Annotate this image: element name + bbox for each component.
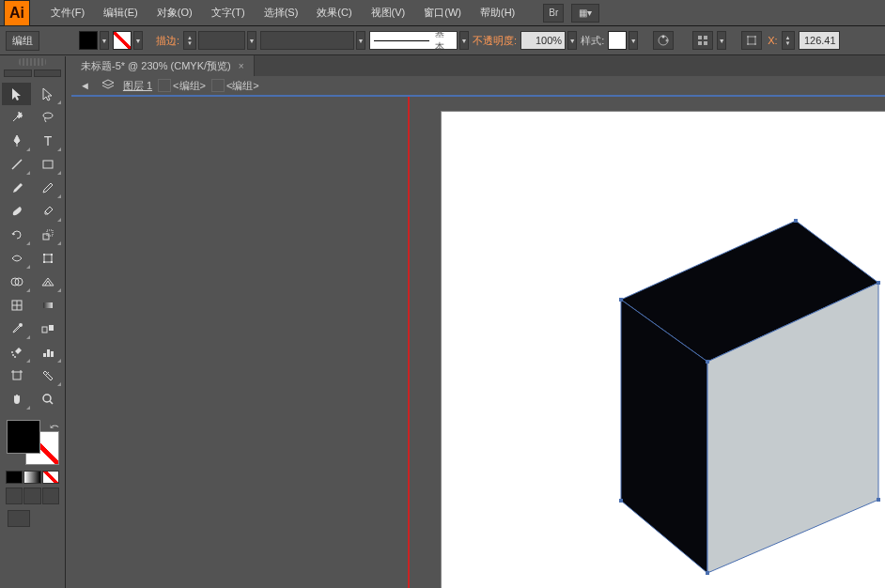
transform-icon[interactable] bbox=[741, 31, 762, 50]
svg-rect-7 bbox=[748, 37, 755, 44]
svg-rect-17 bbox=[43, 234, 49, 240]
screen-mode[interactable] bbox=[8, 510, 30, 527]
blob-brush-tool[interactable] bbox=[2, 200, 31, 223]
stroke-swatch[interactable] bbox=[113, 31, 132, 50]
cube-artwork[interactable] bbox=[442, 112, 885, 588]
color-mode-none[interactable] bbox=[42, 471, 59, 484]
gradient-tool[interactable] bbox=[33, 294, 62, 317]
menu-select[interactable]: 选择(S) bbox=[255, 6, 308, 20]
app-logo: Ai bbox=[4, 0, 30, 26]
rectangle-tool[interactable] bbox=[33, 153, 62, 176]
svg-point-0 bbox=[659, 36, 668, 45]
svg-rect-48 bbox=[877, 281, 880, 285]
brush-def[interactable]: 基本 bbox=[369, 31, 458, 50]
guide-vertical[interactable] bbox=[408, 97, 410, 588]
color-mode-solid[interactable] bbox=[6, 471, 23, 484]
menu-window[interactable]: 窗口(W) bbox=[414, 6, 471, 20]
svg-rect-21 bbox=[51, 254, 53, 255]
line-tool[interactable] bbox=[2, 153, 31, 176]
tb-tab-2[interactable] bbox=[34, 70, 62, 77]
arrange-docs-icon[interactable]: ▦▾ bbox=[571, 4, 599, 23]
stroke-dropdown[interactable]: ▼ bbox=[133, 31, 143, 50]
pencil-tool[interactable] bbox=[33, 177, 62, 199]
zoom-tool[interactable] bbox=[33, 388, 62, 410]
menu-bar: Ai 文件(F) 编辑(E) 对象(O) 文字(T) 选择(S) 效果(C) 视… bbox=[0, 0, 885, 26]
column-graph-tool[interactable] bbox=[33, 341, 62, 364]
svg-rect-32 bbox=[49, 325, 54, 331]
lasso-tool[interactable] bbox=[33, 106, 62, 129]
paintbrush-tool[interactable] bbox=[2, 177, 31, 199]
x-input[interactable] bbox=[799, 31, 840, 50]
menu-file[interactable]: 文件(F) bbox=[41, 6, 94, 20]
canvas-area[interactable]: jingy bbox=[71, 97, 885, 588]
svg-rect-51 bbox=[706, 571, 709, 575]
eyedropper-tool[interactable] bbox=[2, 317, 31, 340]
back-arrow-icon[interactable]: ◄ bbox=[77, 80, 93, 91]
opacity-drop[interactable]: ▼ bbox=[567, 31, 577, 50]
shape-builder-tool[interactable] bbox=[2, 271, 31, 293]
slice-tool[interactable] bbox=[33, 364, 62, 387]
menu-help[interactable]: 帮助(H) bbox=[471, 6, 524, 20]
hand-tool[interactable] bbox=[2, 388, 31, 410]
tb-tab-1[interactable] bbox=[4, 70, 32, 77]
group2-target-icon[interactable] bbox=[211, 79, 225, 92]
free-transform-tool[interactable] bbox=[33, 247, 62, 270]
svg-rect-3 bbox=[698, 36, 702, 39]
group1-name[interactable]: <编组> bbox=[173, 79, 206, 93]
fill-swatch[interactable] bbox=[79, 31, 98, 50]
eraser-tool[interactable] bbox=[33, 200, 62, 223]
draw-inside[interactable] bbox=[42, 487, 59, 504]
svg-line-45 bbox=[50, 401, 53, 404]
group2-name[interactable]: <编组> bbox=[226, 79, 259, 93]
fill-stroke-swatches[interactable]: ⤺ bbox=[7, 420, 59, 465]
fill-dropdown[interactable]: ▼ bbox=[100, 31, 109, 50]
tab-close-icon[interactable]: × bbox=[239, 61, 244, 71]
mesh-tool[interactable] bbox=[2, 294, 31, 317]
menu-edit[interactable]: 编辑(E) bbox=[94, 6, 148, 20]
svg-rect-47 bbox=[794, 219, 798, 223]
scale-tool[interactable] bbox=[33, 224, 62, 246]
menu-type[interactable]: 文字(T) bbox=[202, 6, 255, 20]
direct-select-tool[interactable] bbox=[33, 83, 62, 105]
stroke-weight-label: 描边: bbox=[156, 34, 179, 48]
stroke-weight-input[interactable] bbox=[198, 31, 245, 50]
type-tool[interactable]: T bbox=[33, 130, 62, 152]
draw-normal[interactable] bbox=[6, 487, 23, 504]
layer-name[interactable]: 图层 1 bbox=[123, 79, 152, 93]
var-width-drop[interactable]: ▼ bbox=[356, 31, 365, 50]
brush-drop[interactable]: ▼ bbox=[459, 31, 469, 50]
symbol-sprayer-tool[interactable] bbox=[2, 341, 31, 364]
document-tab[interactable]: 未标题-5* @ 230% (CMYK/预览) × bbox=[71, 55, 255, 76]
draw-behind[interactable] bbox=[23, 487, 40, 504]
stroke-stepper[interactable]: ▲▼ bbox=[183, 31, 196, 50]
x-stepper[interactable]: ▲▼ bbox=[782, 31, 795, 50]
style-drop[interactable]: ▼ bbox=[629, 31, 638, 50]
var-width-profile[interactable] bbox=[260, 31, 354, 50]
artboard-tool[interactable] bbox=[2, 364, 31, 387]
recolor-icon[interactable] bbox=[653, 31, 674, 50]
color-mode-gradient[interactable] bbox=[23, 471, 40, 484]
magic-wand-tool[interactable] bbox=[2, 106, 31, 129]
toolbar-grip[interactable] bbox=[19, 58, 46, 66]
menu-object[interactable]: 对象(O) bbox=[148, 6, 202, 20]
rotate-tool[interactable] bbox=[2, 224, 31, 246]
stroke-weight-drop[interactable]: ▼ bbox=[247, 31, 256, 50]
artboard[interactable]: jingy bbox=[442, 112, 885, 588]
align-drop[interactable]: ▼ bbox=[717, 31, 726, 50]
width-tool[interactable] bbox=[2, 247, 31, 270]
align-icon[interactable] bbox=[692, 31, 713, 50]
fill-color[interactable] bbox=[7, 420, 40, 454]
perspective-grid-tool[interactable] bbox=[33, 271, 62, 293]
menu-effect[interactable]: 效果(C) bbox=[307, 6, 361, 20]
swap-colors-icon[interactable]: ⤺ bbox=[50, 420, 59, 433]
selection-tool[interactable] bbox=[2, 83, 31, 105]
style-swatch[interactable] bbox=[608, 31, 627, 50]
bridge-icon[interactable]: Br bbox=[543, 4, 564, 23]
group1-target-icon[interactable] bbox=[158, 79, 171, 92]
opacity-input[interactable] bbox=[520, 31, 566, 50]
blend-tool[interactable] bbox=[33, 317, 62, 340]
pen-tool[interactable] bbox=[2, 130, 31, 152]
control-bar: 编组 ▼ ▼ 描边: ▲▼ ▼ ▼ 基本 ▼ 不透明度: ▼ 样式: ▼ ▼ X… bbox=[0, 26, 885, 55]
menu-view[interactable]: 视图(V) bbox=[362, 6, 415, 20]
layers-icon[interactable] bbox=[99, 79, 117, 92]
